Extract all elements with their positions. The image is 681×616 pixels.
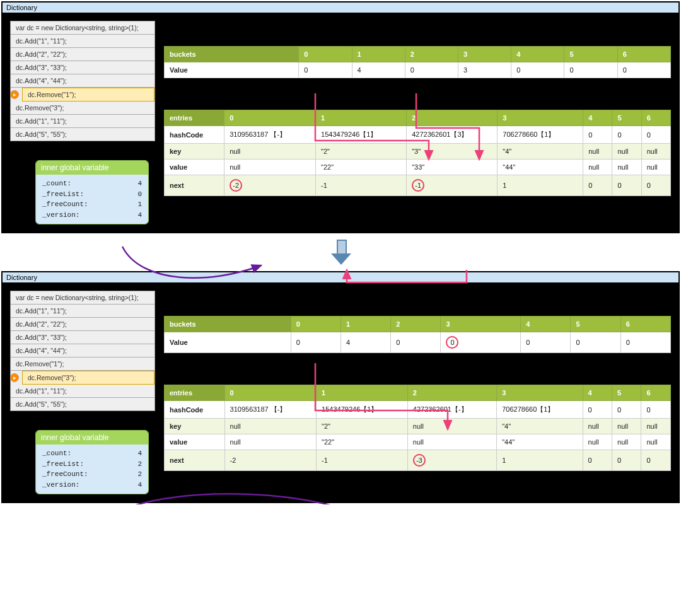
code-line: var dc = new Dictionary<string, string>(… [11, 21, 154, 35]
col-header: 0 [299, 47, 352, 62]
entry-cell: null [224, 419, 317, 434]
dictionary-panel-1: Dictionary var dc = new Dictionary<strin… [1, 1, 680, 233]
col-header: 1 [316, 110, 407, 126]
globals-box-1: inner global variable _count:4_freeList:… [35, 160, 149, 224]
global-var: _freeList:2 [42, 459, 142, 470]
code-line: dc.Add("1", "11"); [11, 35, 154, 48]
entry-cell: "44" [498, 160, 583, 175]
buckets-table-1: buckets0123456 Value0403000 [164, 46, 671, 78]
entry-cell: null [612, 434, 641, 450]
entry-cell: 4272362601【3】 [407, 126, 498, 144]
code-line: dc.Remove("1"); [11, 357, 154, 371]
global-var: _count:4 [42, 448, 142, 459]
code-line: dc.Add("3", "33"); [11, 61, 154, 74]
col-header: 2 [407, 110, 498, 126]
code-line: var dc = new Dictionary<string, string>(… [11, 291, 154, 305]
entry-cell: 1543479246【1】 [317, 401, 408, 419]
breakpoint-icon: ▸ [10, 90, 19, 99]
code-line: dc.Add("4", "44"); [11, 74, 154, 88]
bucket-cell: 0 [405, 62, 458, 78]
row-label: key [165, 144, 224, 160]
entry-cell: null [641, 419, 671, 434]
col-header: 0 [224, 110, 316, 126]
entry-cell: 3109563187 【-】 [224, 401, 317, 419]
breakpoint-icon: ▸ [10, 373, 19, 382]
bucket-cell: 0 [617, 62, 670, 78]
entry-cell: null [583, 419, 612, 434]
globals-box-2: inner global variable _count:4_freeList:… [35, 430, 149, 494]
entry-cell: 0 [612, 450, 641, 471]
dictionary-panel-2: Dictionary var dc = new Dictionary<strin… [1, 271, 680, 503]
entry-cell: 1 [497, 450, 583, 471]
entry-cell: "2" [316, 144, 407, 160]
global-var: _count:4 [42, 178, 142, 189]
entry-cell: 0 [641, 401, 671, 419]
row-label: hashCode [165, 126, 224, 144]
panel-title: Dictionary [3, 272, 678, 283]
entry-cell: -1 [316, 175, 407, 196]
bucket-cell: 0 [291, 332, 340, 353]
entry-cell: "4" [497, 419, 583, 434]
col-header: 3 [441, 317, 521, 332]
code-line: dc.Add("4", "44"); [11, 344, 154, 357]
entry-cell: 0 [583, 175, 612, 196]
entry-cell: null [224, 160, 316, 175]
entry-cell: null [612, 160, 641, 175]
entry-cell: "3" [407, 144, 498, 160]
entry-cell: 0 [641, 450, 671, 471]
row-label: Value [165, 332, 291, 353]
entry-cell: null [224, 434, 317, 450]
entry-cell: -2 [224, 450, 317, 471]
entry-cell: 0 [612, 126, 641, 144]
bucket-cell: 3 [458, 62, 511, 78]
entry-cell: 4272362601【-】 [407, 401, 496, 419]
col-header: 4 [583, 110, 612, 126]
entry-cell: 0 [583, 401, 612, 419]
bucket-cell: 0 [441, 332, 521, 353]
code-line: dc.Remove("3"); [11, 102, 154, 115]
code-list-2: var dc = new Dictionary<string, string>(… [10, 291, 155, 411]
row-label: value [165, 160, 224, 175]
entry-cell: null [407, 419, 496, 434]
entry-cell: 706278660【1】 [498, 126, 583, 144]
col-header: 5 [612, 110, 641, 126]
col-header: 1 [317, 385, 408, 401]
code-line: dc.Remove("3");▸ [22, 371, 154, 385]
entry-cell: -1 [317, 450, 408, 471]
global-var: _freeList:0 [42, 189, 142, 200]
col-header: 3 [497, 385, 583, 401]
entry-cell: null [583, 160, 612, 175]
row-label: next [165, 175, 224, 196]
globals-body-2: _count:4_freeList:2_freeCount:2_version:… [36, 445, 148, 494]
row-label: next [165, 450, 225, 471]
down-arrow-icon [331, 240, 350, 265]
col-header: 1 [340, 317, 390, 332]
entry-cell: null [612, 419, 641, 434]
col-header: 5 [571, 317, 620, 332]
col-header: 6 [641, 110, 670, 126]
entry-cell: 0 [612, 401, 641, 419]
bucket-cell: 0 [564, 62, 617, 78]
col-header: 2 [405, 47, 458, 62]
entry-cell: null [407, 434, 496, 450]
col-header: 1 [352, 47, 405, 62]
bucket-cell: 4 [352, 62, 405, 78]
code-line: dc.Remove("1");▸ [22, 88, 154, 102]
code-line: dc.Add("3", "33"); [11, 331, 154, 344]
col-header: 6 [641, 385, 671, 401]
entries-table-2: entries0123456 hashCode3109563187 【-】154… [164, 385, 671, 471]
entry-cell: 706278660【1】 [497, 401, 583, 419]
col-header: 2 [407, 385, 496, 401]
entry-cell: null [583, 144, 612, 160]
col-header: 4 [521, 317, 571, 332]
bucket-cell: 0 [620, 332, 670, 353]
entry-cell: "2" [317, 419, 408, 434]
col-header: 0 [291, 317, 340, 332]
row-label: key [165, 419, 225, 434]
code-line: dc.Add("1", "11"); [11, 385, 154, 398]
code-line: dc.Add("5", "55"); [11, 398, 154, 410]
entry-cell: 3109563187 【-】 [224, 126, 316, 144]
entry-cell: 1 [498, 175, 583, 196]
col-header: 5 [564, 47, 617, 62]
global-var: _freeCount:2 [42, 469, 142, 480]
